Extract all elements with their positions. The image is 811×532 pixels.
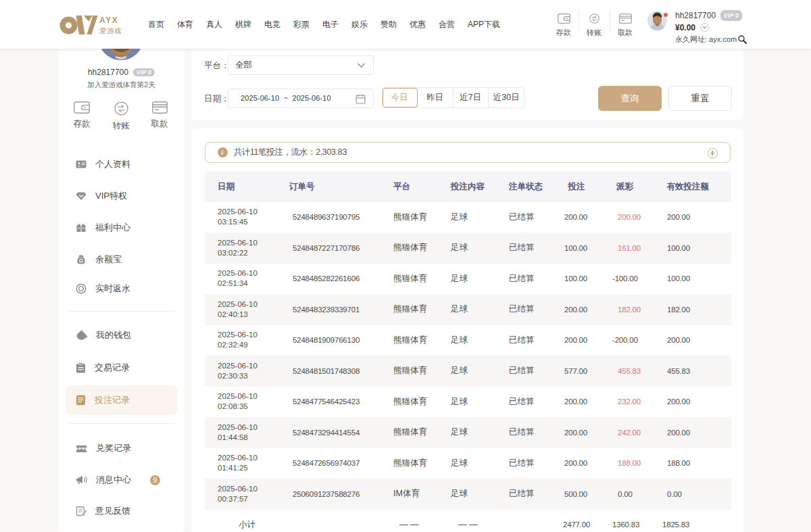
svg-text:AYX: AYX <box>99 16 118 25</box>
svg-text:爱游戏: 爱游戏 <box>99 26 122 34</box>
